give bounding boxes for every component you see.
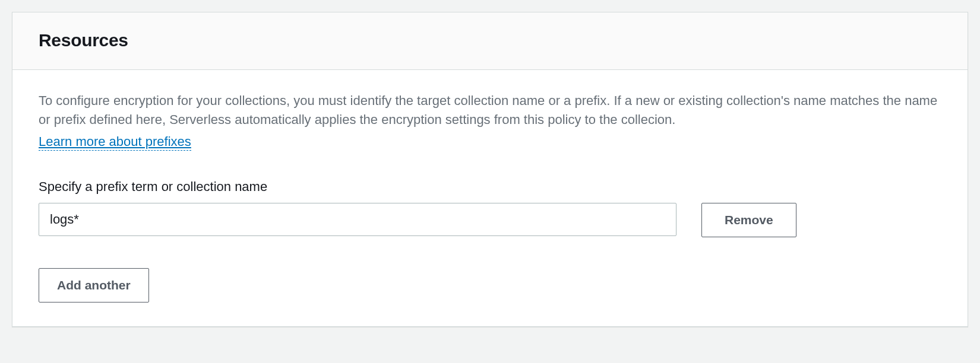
prefix-row: Remove xyxy=(39,203,941,237)
panel-header: Resources xyxy=(12,12,968,70)
add-row: Add another xyxy=(39,268,941,302)
panel-description: To configure encryption for your collect… xyxy=(39,91,941,129)
resources-panel: Resources To configure encryption for yo… xyxy=(12,12,968,327)
prefix-field-block: Specify a prefix term or collection name… xyxy=(39,179,941,237)
remove-button[interactable]: Remove xyxy=(701,203,796,237)
panel-title: Resources xyxy=(39,30,941,50)
add-another-button[interactable]: Add another xyxy=(39,268,149,302)
prefix-input[interactable] xyxy=(39,203,676,236)
panel-body: To configure encryption for your collect… xyxy=(12,70,968,326)
prefix-field-label: Specify a prefix term or collection name xyxy=(39,179,941,195)
learn-more-link[interactable]: Learn more about prefixes xyxy=(39,134,191,151)
